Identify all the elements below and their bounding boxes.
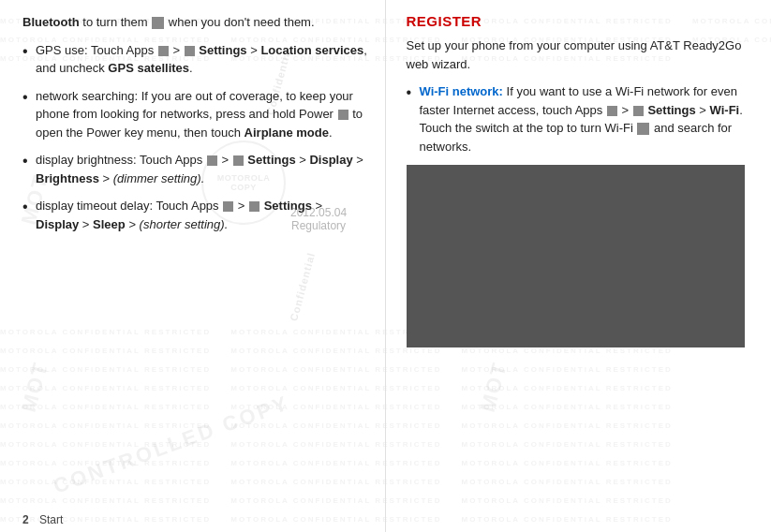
bullet-network: • network searching: If you are out of c… xyxy=(22,87,368,142)
bullet-dot-brightness: • xyxy=(22,152,32,171)
bullet-dot-network: • xyxy=(22,88,32,108)
section-title-register: REGISTER xyxy=(407,13,755,29)
bullet-brightness: • display brightness: Touch Apps > Setti… xyxy=(22,151,368,187)
bullet-text-network: network searching: If you are out of cov… xyxy=(36,87,368,142)
content-wrapper: Bluetooth to turn them when you don't ne… xyxy=(0,0,771,532)
bullet-gps: • GPS use: Touch Apps > Settings > Locat… xyxy=(22,41,368,78)
intro-continuation: Bluetooth to turn them when you don't ne… xyxy=(22,13,368,32)
footer: 2 Start xyxy=(22,513,63,526)
bullet-text-brightness: display brightness: Touch Apps > Setting… xyxy=(36,151,368,187)
bullet-dot-gps: • xyxy=(22,42,32,62)
footer-page-number: 2 xyxy=(22,513,29,526)
bullet-dot-wifi: • xyxy=(407,83,416,103)
register-intro: Set up your phone from your computer usi… xyxy=(407,37,755,73)
bullet-text-gps: GPS use: Touch Apps > Settings > Locatio… xyxy=(36,41,368,78)
intro-bluetooth: Bluetooth to turn them when you don't ne… xyxy=(22,15,315,29)
right-column: REGISTER Set up your phone from your com… xyxy=(386,0,772,532)
date-stamp-line1: 2012.05.04 xyxy=(290,206,347,219)
bullet-dot-timeout: • xyxy=(22,198,32,217)
date-stamp: 2012.05.04 Regulatory xyxy=(290,206,347,232)
bullet-text-wifi: Wi-Fi network: If you want to use a Wi-F… xyxy=(420,82,755,155)
bullet-wifi: • Wi-Fi network: If you want to use a Wi… xyxy=(407,82,755,155)
left-column: Bluetooth to turn them when you don't ne… xyxy=(0,0,386,532)
footer-label: Start xyxy=(39,513,63,526)
register-image xyxy=(407,165,746,347)
date-stamp-line2: Regulatory xyxy=(290,219,347,232)
